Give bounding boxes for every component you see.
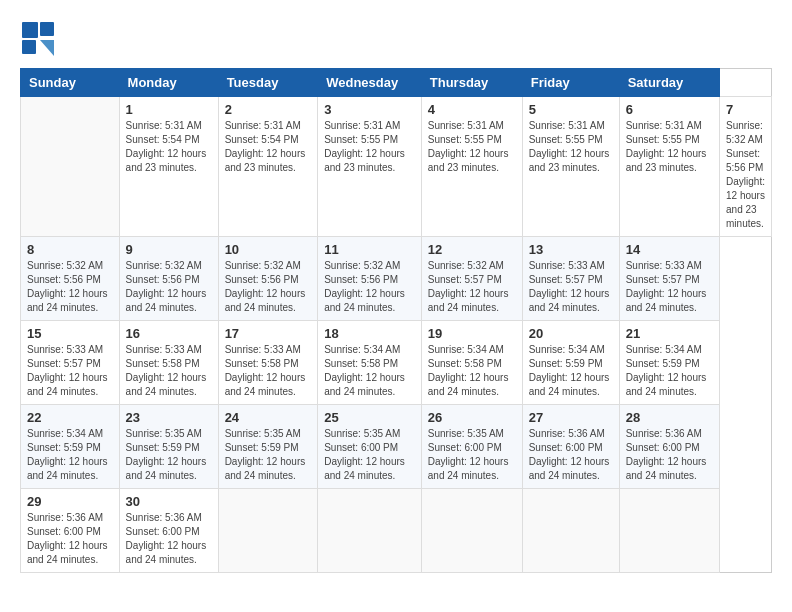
calendar-day-8: 8Sunrise: 5:32 AMSunset: 5:56 PMDaylight…	[21, 237, 120, 321]
calendar-day-3: 3Sunrise: 5:31 AMSunset: 5:55 PMDaylight…	[318, 97, 422, 237]
calendar-day-13: 13Sunrise: 5:33 AMSunset: 5:57 PMDayligh…	[522, 237, 619, 321]
calendar-day-19: 19Sunrise: 5:34 AMSunset: 5:58 PMDayligh…	[421, 321, 522, 405]
calendar-table: SundayMondayTuesdayWednesdayThursdayFrid…	[20, 68, 772, 573]
calendar-day-10: 10Sunrise: 5:32 AMSunset: 5:56 PMDayligh…	[218, 237, 318, 321]
calendar-week-5: 29Sunrise: 5:36 AMSunset: 6:00 PMDayligh…	[21, 489, 772, 573]
empty-cell	[522, 489, 619, 573]
calendar-day-2: 2Sunrise: 5:31 AMSunset: 5:54 PMDaylight…	[218, 97, 318, 237]
calendar-day-30: 30Sunrise: 5:36 AMSunset: 6:00 PMDayligh…	[119, 489, 218, 573]
empty-cell	[21, 97, 120, 237]
calendar-week-2: 8Sunrise: 5:32 AMSunset: 5:56 PMDaylight…	[21, 237, 772, 321]
weekday-header-saturday: Saturday	[619, 69, 719, 97]
weekday-header-friday: Friday	[522, 69, 619, 97]
calendar-week-4: 22Sunrise: 5:34 AMSunset: 5:59 PMDayligh…	[21, 405, 772, 489]
calendar-day-5: 5Sunrise: 5:31 AMSunset: 5:55 PMDaylight…	[522, 97, 619, 237]
calendar-day-29: 29Sunrise: 5:36 AMSunset: 6:00 PMDayligh…	[21, 489, 120, 573]
calendar-day-9: 9Sunrise: 5:32 AMSunset: 5:56 PMDaylight…	[119, 237, 218, 321]
calendar-day-21: 21Sunrise: 5:34 AMSunset: 5:59 PMDayligh…	[619, 321, 719, 405]
calendar-day-24: 24Sunrise: 5:35 AMSunset: 5:59 PMDayligh…	[218, 405, 318, 489]
calendar-day-23: 23Sunrise: 5:35 AMSunset: 5:59 PMDayligh…	[119, 405, 218, 489]
empty-cell	[421, 489, 522, 573]
calendar-day-22: 22Sunrise: 5:34 AMSunset: 5:59 PMDayligh…	[21, 405, 120, 489]
calendar-body: 1Sunrise: 5:31 AMSunset: 5:54 PMDaylight…	[21, 97, 772, 573]
weekday-header-thursday: Thursday	[421, 69, 522, 97]
weekday-header-monday: Monday	[119, 69, 218, 97]
calendar-header-row: SundayMondayTuesdayWednesdayThursdayFrid…	[21, 69, 772, 97]
weekday-header-sunday: Sunday	[21, 69, 120, 97]
weekday-header-tuesday: Tuesday	[218, 69, 318, 97]
calendar-day-16: 16Sunrise: 5:33 AMSunset: 5:58 PMDayligh…	[119, 321, 218, 405]
calendar-day-20: 20Sunrise: 5:34 AMSunset: 5:59 PMDayligh…	[522, 321, 619, 405]
empty-cell	[619, 489, 719, 573]
calendar-week-3: 15Sunrise: 5:33 AMSunset: 5:57 PMDayligh…	[21, 321, 772, 405]
svg-rect-2	[40, 22, 54, 36]
calendar-day-14: 14Sunrise: 5:33 AMSunset: 5:57 PMDayligh…	[619, 237, 719, 321]
calendar-day-28: 28Sunrise: 5:36 AMSunset: 6:00 PMDayligh…	[619, 405, 719, 489]
calendar-day-1: 1Sunrise: 5:31 AMSunset: 5:54 PMDaylight…	[119, 97, 218, 237]
calendar-day-26: 26Sunrise: 5:35 AMSunset: 6:00 PMDayligh…	[421, 405, 522, 489]
calendar-day-15: 15Sunrise: 5:33 AMSunset: 5:57 PMDayligh…	[21, 321, 120, 405]
calendar-day-25: 25Sunrise: 5:35 AMSunset: 6:00 PMDayligh…	[318, 405, 422, 489]
svg-rect-1	[22, 22, 38, 38]
logo	[20, 20, 56, 60]
calendar-day-27: 27Sunrise: 5:36 AMSunset: 6:00 PMDayligh…	[522, 405, 619, 489]
empty-cell	[318, 489, 422, 573]
calendar-day-7: 7Sunrise: 5:32 AMSunset: 5:56 PMDaylight…	[720, 97, 772, 237]
calendar-day-17: 17Sunrise: 5:33 AMSunset: 5:58 PMDayligh…	[218, 321, 318, 405]
calendar-week-1: 1Sunrise: 5:31 AMSunset: 5:54 PMDaylight…	[21, 97, 772, 237]
calendar-day-11: 11Sunrise: 5:32 AMSunset: 5:56 PMDayligh…	[318, 237, 422, 321]
empty-cell	[218, 489, 318, 573]
logo-icon	[20, 20, 56, 56]
svg-marker-4	[40, 40, 54, 56]
svg-rect-3	[22, 40, 36, 54]
calendar-day-12: 12Sunrise: 5:32 AMSunset: 5:57 PMDayligh…	[421, 237, 522, 321]
calendar-day-6: 6Sunrise: 5:31 AMSunset: 5:55 PMDaylight…	[619, 97, 719, 237]
weekday-header-wednesday: Wednesday	[318, 69, 422, 97]
calendar-day-4: 4Sunrise: 5:31 AMSunset: 5:55 PMDaylight…	[421, 97, 522, 237]
calendar-day-18: 18Sunrise: 5:34 AMSunset: 5:58 PMDayligh…	[318, 321, 422, 405]
